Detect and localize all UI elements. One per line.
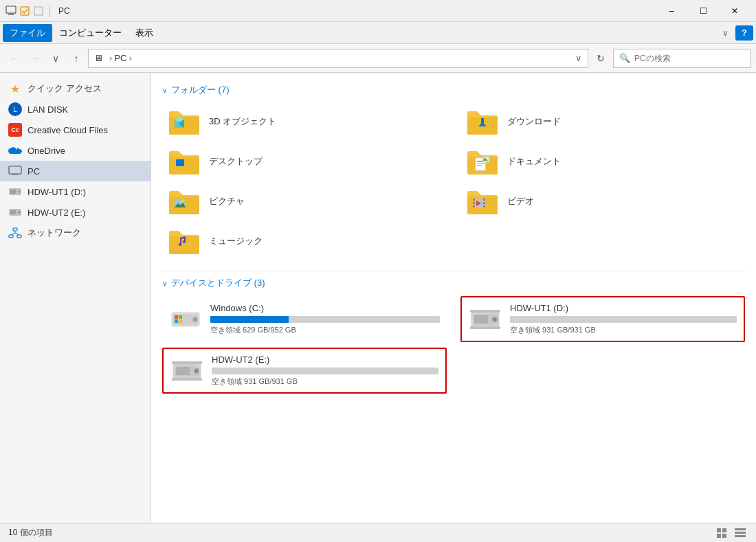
svg-rect-15 <box>9 235 13 238</box>
search-box: 🔍 <box>613 49 751 68</box>
drive-d-icon <box>8 185 22 199</box>
svg-line-19 <box>15 233 19 235</box>
hdd-e-icon <box>170 359 203 383</box>
drive-d-info: HDW-UT1 (D:) 空き領域 931 GB/931 GB <box>510 303 737 335</box>
folder-music-icon <box>168 227 201 256</box>
address-dropdown-icon[interactable]: ∨ <box>575 53 582 63</box>
refresh-button[interactable]: ↻ <box>591 49 610 68</box>
sidebar-item-hdw-ut2[interactable]: HDW-UT2 (E:) <box>0 202 151 223</box>
onedrive-icon <box>8 144 22 157</box>
svg-rect-0 <box>6 6 16 13</box>
address-path[interactable]: 🖥 › PC › ∨ <box>88 49 588 68</box>
svg-rect-39 <box>473 205 475 207</box>
up-button[interactable]: ↑ <box>67 49 85 67</box>
view-large-icon-button[interactable] <box>715 526 730 541</box>
forward-button[interactable]: → <box>26 49 44 67</box>
folder-item-videos[interactable]: ビデオ <box>460 183 745 220</box>
folder-item-documents[interactable]: ドキュメント <box>460 143 745 180</box>
svg-rect-41 <box>483 202 485 204</box>
title-bar: PC – ☐ ✕ <box>0 0 756 22</box>
svg-rect-72 <box>735 535 746 537</box>
svg-rect-29 <box>477 165 482 166</box>
blank-icon <box>33 5 44 16</box>
folder-desktop-label: デスクトップ <box>209 155 263 168</box>
cc-icon: Cc <box>8 123 22 137</box>
status-bar-right <box>715 526 748 541</box>
svg-rect-61 <box>176 367 190 375</box>
svg-rect-69 <box>722 534 726 538</box>
svg-rect-58 <box>470 310 500 313</box>
svg-rect-64 <box>172 378 202 381</box>
folder-item-pictures[interactable]: ピクチャ <box>162 183 447 220</box>
minimize-button[interactable]: – <box>656 0 687 22</box>
sidebar-item-network[interactable]: ネットワーク <box>0 223 151 243</box>
drive-item-e[interactable]: HDW-UT2 (E:) 空き領域 931 GB/931 GB <box>162 348 447 394</box>
svg-rect-1 <box>8 14 14 15</box>
folders-section-label: フォルダー (7) <box>171 84 230 96</box>
view-details-button[interactable] <box>733 526 748 541</box>
drives-section-label: デバイスとドライブ (3) <box>171 277 265 289</box>
drive-d-bar-fill <box>510 316 515 323</box>
title-text: PC <box>58 6 70 16</box>
folder-pictures-label: ピクチャ <box>209 195 245 207</box>
drive-e-free: 空き領域 931 GB/931 GB <box>212 376 438 387</box>
back-button[interactable]: ← <box>5 49 23 67</box>
svg-rect-48 <box>175 315 178 319</box>
sidebar-item-pc[interactable]: PC <box>0 161 151 181</box>
search-icon: 🔍 <box>619 53 630 63</box>
folder-item-desktop[interactable]: デスクトップ <box>162 143 447 180</box>
svg-rect-51 <box>179 319 182 323</box>
path-pc-label: PC <box>114 53 126 63</box>
sidebar-item-lan-disk[interactable]: L LAN DISK <box>0 99 151 120</box>
close-button[interactable]: ✕ <box>719 0 751 22</box>
title-bar-icons <box>5 5 53 17</box>
svg-rect-37 <box>473 199 475 201</box>
folder-download-label: ダウンロード <box>507 115 561 128</box>
svg-rect-57 <box>470 326 500 329</box>
svg-line-18 <box>11 233 15 235</box>
hdd-c-icon <box>169 307 202 332</box>
svg-rect-24 <box>481 118 484 125</box>
folder-item-download[interactable]: ダウンロード <box>460 103 745 140</box>
drive-item-c[interactable]: Windows (C:) 空き領域 629 GB/952 GB <box>162 296 447 342</box>
maximize-button[interactable]: ☐ <box>687 0 719 22</box>
search-input[interactable] <box>634 54 744 63</box>
drives-chevron-icon: ∨ <box>162 280 167 287</box>
svg-point-35 <box>181 200 185 203</box>
svg-point-10 <box>19 191 21 193</box>
folder-documents-label: ドキュメント <box>507 155 561 168</box>
path-pc-icon: 🖥 <box>94 53 103 63</box>
drive-c-info: Windows (C:) 空き領域 629 GB/952 GB <box>210 303 440 335</box>
drive-d-free: 空き領域 931 GB/931 GB <box>510 325 737 335</box>
status-bar: 10 個の項目 <box>0 523 756 542</box>
menu-item-computer[interactable]: コンピューター <box>52 24 129 42</box>
menu-bar-right: ∨ ? <box>718 25 753 41</box>
menu-item-file[interactable]: ファイル <box>3 24 52 42</box>
svg-point-56 <box>493 318 496 321</box>
help-button[interactable]: ? <box>735 25 753 41</box>
svg-rect-71 <box>735 532 746 534</box>
folder-item-3d[interactable]: 3D オブジェクト <box>162 103 447 140</box>
folder-item-music[interactable]: ミュージック <box>162 223 447 260</box>
menu-item-view[interactable]: 表示 <box>129 24 160 42</box>
drive-c-bar-bg <box>210 316 440 323</box>
folders-section-header[interactable]: ∨ フォルダー (7) <box>162 84 745 96</box>
sidebar-item-quick-access[interactable]: ★ クイック アクセス <box>0 78 151 99</box>
sidebar-item-hdw-ut1[interactable]: HDW-UT1 (D:) <box>0 181 151 202</box>
svg-rect-40 <box>483 199 485 201</box>
nav-dropdown-button[interactable]: ∨ <box>47 49 65 67</box>
drive-c-bar-fill <box>210 316 289 323</box>
svg-rect-2 <box>6 13 16 14</box>
svg-rect-25 <box>176 159 184 166</box>
menu-chevron[interactable]: ∨ <box>718 25 733 41</box>
svg-rect-9 <box>10 190 16 194</box>
sidebar: ★ クイック アクセス L LAN DISK Cc Creative Cloud… <box>0 73 151 523</box>
section-divider <box>162 271 745 271</box>
window-icon <box>5 5 16 16</box>
drive-item-d[interactable]: HDW-UT1 (D:) 空き領域 931 GB/931 GB <box>460 296 745 342</box>
address-bar: ← → ∨ ↑ 🖥 › PC › ∨ ↻ 🔍 <box>0 44 756 73</box>
sidebar-item-creative-cloud[interactable]: Cc Creative Cloud Files <box>0 120 151 140</box>
sidebar-label-pc: PC <box>27 166 40 177</box>
drives-section-header[interactable]: ∨ デバイスとドライブ (3) <box>162 277 745 289</box>
sidebar-item-onedrive[interactable]: OneDrive <box>0 140 151 161</box>
